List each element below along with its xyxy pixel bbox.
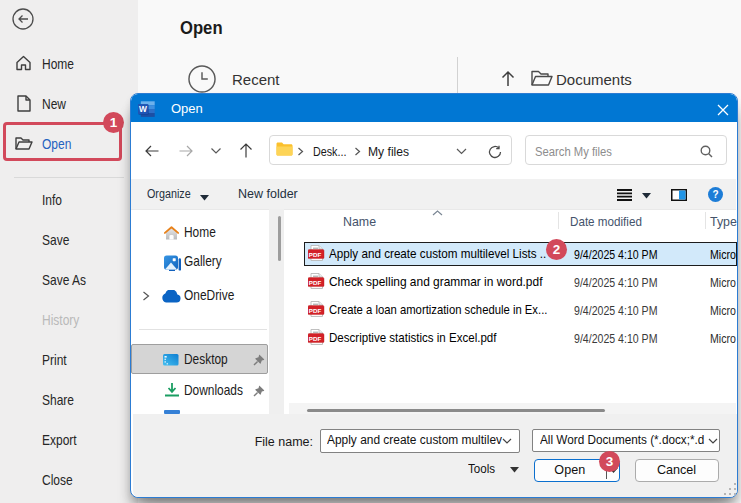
svg-text:PDF: PDF (309, 279, 322, 286)
svg-text:PDF: PDF (309, 307, 322, 314)
svg-text:PDF: PDF (309, 335, 322, 342)
svg-text:?: ? (712, 189, 718, 200)
svg-text:PDF: PDF (309, 251, 322, 258)
svg-text:W: W (139, 104, 147, 114)
